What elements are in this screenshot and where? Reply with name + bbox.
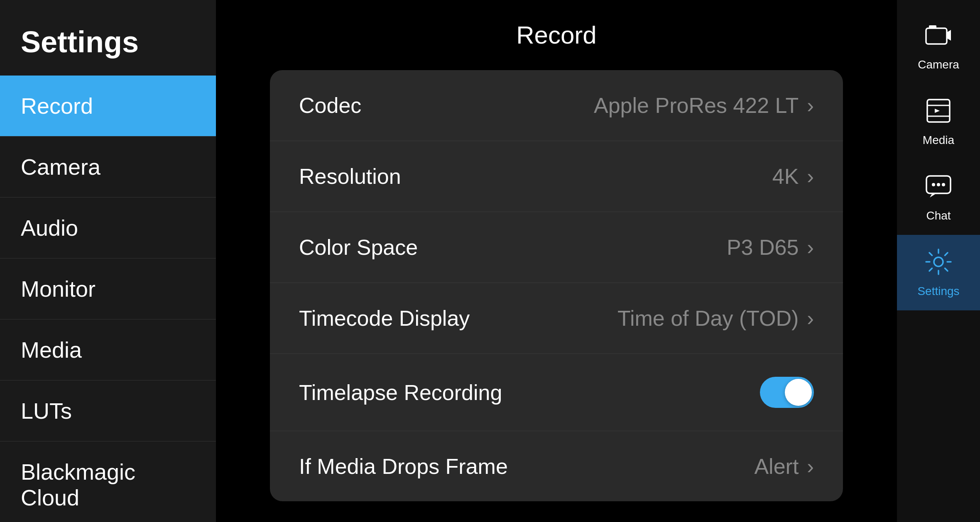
timelapse-recording-toggle[interactable] <box>760 377 814 408</box>
chat-icon <box>924 172 953 204</box>
codec-value-group: Apple ProRes 422 LT › <box>594 93 814 118</box>
color-space-value: P3 D65 <box>727 235 799 260</box>
right-nav: Camera Media Chat <box>897 0 980 522</box>
sidebar-item-camera[interactable]: Camera <box>0 137 216 198</box>
nav-camera-label: Camera <box>918 58 959 71</box>
resolution-label: Resolution <box>299 164 401 189</box>
timelapse-recording-label: Timelapse Recording <box>299 380 502 405</box>
sidebar-item-monitor[interactable]: Monitor <box>0 259 216 320</box>
toggle-knob <box>785 379 812 406</box>
sidebar-item-audio[interactable]: Audio <box>0 198 216 259</box>
camera-icon <box>924 21 953 53</box>
settings-panel: Codec Apple ProRes 422 LT › Resolution 4… <box>270 70 843 501</box>
color-space-value-group: P3 D65 › <box>727 235 814 260</box>
sidebar-item-luts[interactable]: LUTs <box>0 381 216 442</box>
svg-point-10 <box>942 183 945 186</box>
svg-rect-2 <box>929 25 936 28</box>
svg-rect-0 <box>926 28 947 44</box>
color-space-label: Color Space <box>299 235 418 260</box>
codec-label: Codec <box>299 93 361 118</box>
main-content: Record Codec Apple ProRes 422 LT › Resol… <box>216 0 897 522</box>
sidebar-item-record[interactable]: Record <box>0 76 216 137</box>
sidebar: Settings Record Camera Audio Monitor Med… <box>0 0 216 522</box>
settings-row-codec[interactable]: Codec Apple ProRes 422 LT › <box>270 70 843 141</box>
svg-point-9 <box>937 183 940 186</box>
nav-chat-label: Chat <box>926 209 951 222</box>
settings-row-timelapse-recording[interactable]: Timelapse Recording <box>270 354 843 431</box>
sidebar-item-media[interactable]: Media <box>0 320 216 381</box>
settings-row-media-drops-frame[interactable]: If Media Drops Frame Alert › <box>270 431 843 501</box>
settings-row-timecode-display[interactable]: Timecode Display Time of Day (TOD) › <box>270 283 843 354</box>
media-drops-frame-value-group: Alert › <box>754 454 814 479</box>
media-drops-frame-value: Alert <box>754 454 799 479</box>
sidebar-title: Settings <box>0 0 216 76</box>
timecode-display-value: Time of Day (TOD) <box>617 306 799 331</box>
codec-value: Apple ProRes 422 LT <box>594 93 799 118</box>
nav-settings-label: Settings <box>917 285 959 298</box>
resolution-chevron-icon: › <box>807 164 814 188</box>
timelapse-toggle-wrapper <box>760 377 814 408</box>
settings-icon <box>924 247 953 280</box>
timecode-display-value-group: Time of Day (TOD) › <box>617 306 814 331</box>
settings-row-resolution[interactable]: Resolution 4K › <box>270 141 843 212</box>
codec-chevron-icon: › <box>807 93 814 117</box>
svg-point-11 <box>934 257 943 266</box>
svg-point-8 <box>932 183 935 186</box>
page-title: Record <box>516 21 596 49</box>
nav-item-media[interactable]: Media <box>897 84 980 159</box>
sidebar-item-blackmagic-cloud[interactable]: Blackmagic Cloud <box>0 442 216 522</box>
nav-media-label: Media <box>923 134 954 147</box>
timecode-display-label: Timecode Display <box>299 306 470 331</box>
resolution-value: 4K <box>772 164 799 189</box>
resolution-value-group: 4K › <box>772 164 814 189</box>
settings-row-color-space[interactable]: Color Space P3 D65 › <box>270 212 843 283</box>
media-icon <box>924 96 953 129</box>
color-space-chevron-icon: › <box>807 235 814 259</box>
media-drops-frame-label: If Media Drops Frame <box>299 454 508 479</box>
svg-marker-6 <box>935 109 940 113</box>
nav-item-settings[interactable]: Settings <box>897 235 980 310</box>
timecode-display-chevron-icon: › <box>807 306 814 330</box>
nav-item-chat[interactable]: Chat <box>897 159 980 235</box>
media-drops-frame-chevron-icon: › <box>807 454 814 478</box>
nav-item-camera[interactable]: Camera <box>897 8 980 84</box>
